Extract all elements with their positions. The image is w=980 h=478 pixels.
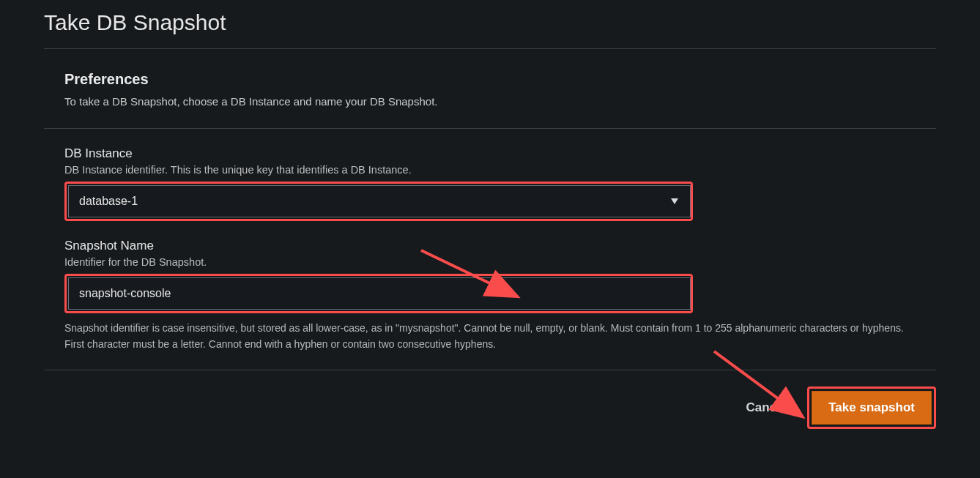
take-snapshot-button[interactable]: Take snapshot (812, 391, 932, 425)
snapshot-name-sublabel: Identifier for the DB Snapshot. (64, 256, 916, 268)
db-instance-select-value[interactable] (68, 185, 691, 217)
db-instance-sublabel: DB Instance identifier. This is the uniq… (64, 164, 916, 176)
db-instance-field: DB Instance DB Instance identifier. This… (64, 146, 916, 221)
snapshot-name-label: Snapshot Name (64, 239, 916, 253)
db-instance-label: DB Instance (64, 146, 916, 161)
preferences-panel: Preferences To take a DB Snapshot, choos… (44, 49, 936, 129)
preferences-heading: Preferences (64, 71, 916, 88)
annotation-highlight (64, 182, 693, 221)
cancel-button[interactable]: Cancel (741, 393, 791, 422)
annotation-highlight (64, 274, 693, 313)
db-instance-select[interactable] (68, 185, 691, 217)
footer-actions: Cancel Take snapshot (0, 370, 980, 429)
snapshot-name-field: Snapshot Name Identifier for the DB Snap… (64, 239, 916, 352)
form-panel: DB Instance DB Instance identifier. This… (44, 129, 936, 370)
preferences-description: To take a DB Snapshot, choose a DB Insta… (64, 95, 916, 108)
snapshot-name-helper: Snapshot identifier is case insensitive,… (64, 321, 916, 352)
page-title: Take DB Snapshot (0, 0, 980, 48)
annotation-highlight: Take snapshot (807, 386, 936, 429)
snapshot-name-input[interactable] (68, 277, 691, 310)
